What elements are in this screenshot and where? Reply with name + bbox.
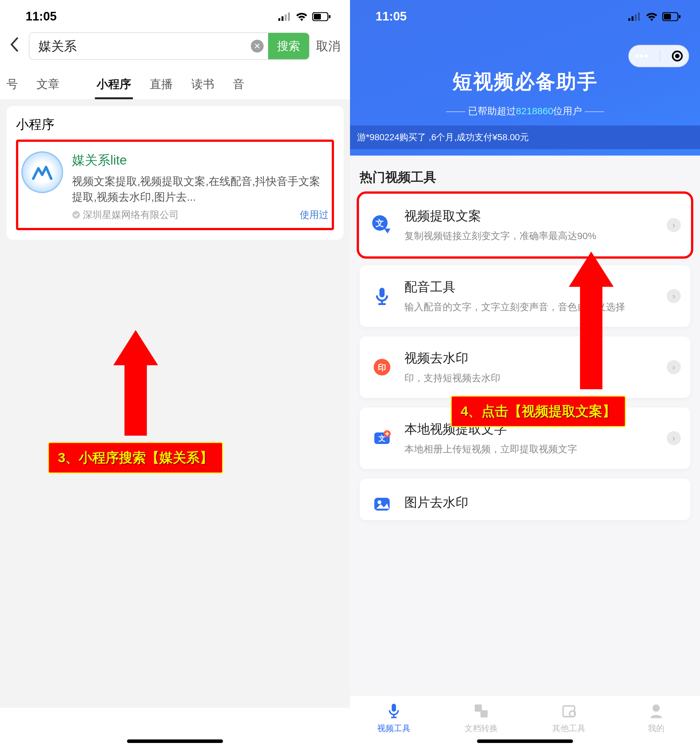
status-icons: [628, 12, 681, 21]
tool-text: 视频去水印 印，支持短视频去水印: [404, 349, 657, 385]
annotation-step-3: 3、小程序搜索【媒关系】: [48, 330, 223, 473]
cellular-icon: [628, 12, 641, 21]
tabbar-label: 我的: [648, 723, 665, 734]
status-bar: 11:05: [0, 0, 350, 30]
image-watermark-icon: [369, 491, 395, 517]
capsule-menu-icon[interactable]: •••: [635, 49, 649, 63]
tab-more[interactable]: 音: [230, 69, 248, 99]
used-tag: 使用过: [300, 208, 329, 221]
battery-icon: [662, 12, 681, 21]
tab-miniprogram[interactable]: 小程序: [94, 69, 134, 99]
svg-rect-9: [631, 16, 634, 21]
home-indicator: [477, 739, 573, 743]
chevron-right-icon: ›: [667, 360, 681, 374]
result-desc: 视频文案提取,视频提取文案,在线配音,抖快音手文案提取,视频去水印,图片去...: [72, 174, 329, 205]
tool-text: 本地视频提取文字 本地相册上传短视频，立即提取视频文字: [404, 420, 657, 456]
svg-point-26: [378, 500, 381, 504]
hero-title: 短视频必备助手: [350, 30, 700, 105]
result-company: 深圳星媒网络有限公司: [72, 208, 179, 221]
tabbar-video-tools[interactable]: 视频工具: [350, 696, 438, 741]
svg-rect-14: [679, 15, 680, 18]
hero-subtitle: 已帮助超过8218860位用户: [350, 105, 700, 126]
svg-rect-5: [314, 14, 321, 20]
tabbar-mine[interactable]: 我的: [612, 696, 700, 741]
tabbar-label: 视频工具: [377, 723, 410, 734]
battery-icon: [312, 12, 331, 21]
tab-account[interactable]: 号: [3, 69, 21, 99]
user-count: 8218860: [516, 106, 553, 116]
svg-rect-11: [638, 12, 640, 21]
tool-extract-text[interactable]: 文 视频提取文案 复制视频链接立刻变文字，准确率最高达90% ›: [359, 194, 691, 256]
section-title: 小程序: [16, 115, 334, 133]
tab-article[interactable]: 文章: [33, 69, 63, 99]
section-title: 热门视频工具: [359, 168, 691, 186]
chevron-right-icon: ›: [667, 218, 681, 232]
tab-blurred[interactable]: [75, 69, 81, 99]
search-button[interactable]: 搜索: [268, 33, 309, 59]
back-button[interactable]: [6, 37, 22, 55]
tool-image-watermark[interactable]: 图片去水印: [359, 478, 691, 520]
result-text: 媒关系lite 视频文案提取,视频提取文案,在线配音,抖快音手文案提取,视频去水…: [72, 151, 329, 221]
cellular-icon: [278, 12, 291, 21]
local-video-icon: 文: [369, 426, 395, 451]
clear-icon[interactable]: ✕: [251, 40, 264, 52]
svg-rect-8: [628, 18, 630, 21]
left-screenshot: 11:05 媒关系 ✕ 搜索 取消 号 文章 小程序 直播 读书 音 小程序: [0, 0, 350, 750]
svg-rect-3: [288, 12, 290, 21]
tab-live[interactable]: 直播: [147, 69, 176, 99]
capsule-close-icon[interactable]: [672, 51, 683, 61]
tabbar-other-tools[interactable]: 其他工具: [525, 696, 612, 741]
arrow-up-icon: [113, 330, 158, 365]
hero: 11:05 ••• 短视频必备助手 已帮助超过8218860位用户 游*9802…: [350, 0, 700, 155]
svg-text:印: 印: [378, 363, 386, 372]
miniprogram-result[interactable]: 媒关系lite 视频文案提取,视频提取文案,在线配音,抖快音手文案提取,视频去水…: [18, 142, 332, 228]
tool-text: 配音工具 输入配音的文字，文字立刻变声音，音色自定义选择: [404, 278, 657, 314]
watermark-icon: 印: [369, 354, 395, 380]
microphone-icon: [385, 702, 402, 719]
tool-local-video-text[interactable]: 文 本地视频提取文字 本地相册上传短视频，立即提取视频文字 ›: [359, 407, 691, 469]
tabbar-label: 其他工具: [552, 723, 585, 734]
tool-title: 配音工具: [404, 278, 657, 296]
svg-rect-29: [391, 717, 397, 718]
tool-text: 图片去水印: [404, 493, 681, 515]
result-section: 小程序 媒关系lite 视频文案提取,视频提取文案,在线配音,抖快音手文案提取,…: [6, 106, 344, 240]
purchase-ticker: 游*980224购买了 ,6个月,成功支付¥58.00元: [350, 126, 700, 149]
tool-desc: 输入配音的文字，文字立刻变声音，音色自定义选择: [404, 300, 657, 314]
tool-desc: 本地相册上传短视频，立即提取视频文字: [404, 442, 657, 456]
svg-rect-19: [378, 303, 386, 305]
calendar-icon: [560, 702, 577, 719]
result-footer: 深圳星媒网络有限公司 使用过: [72, 208, 329, 221]
svg-rect-27: [391, 704, 396, 712]
wifi-icon: [646, 12, 658, 21]
svg-rect-0: [278, 18, 280, 21]
search-box[interactable]: 媒关系 ✕ 搜索: [29, 32, 310, 60]
convert-icon: [473, 702, 490, 719]
status-bar: 11:05: [350, 0, 700, 30]
search-results-body: 小程序 媒关系lite 视频文案提取,视频提取文案,在线配音,抖快音手文案提取,…: [0, 100, 350, 708]
svg-rect-10: [635, 14, 637, 21]
svg-rect-31: [480, 710, 488, 718]
search-input[interactable]: 媒关系: [29, 37, 251, 55]
tool-voiceover[interactable]: 配音工具 输入配音的文字，文字立刻变声音，音色自定义选择 ›: [359, 265, 691, 327]
svg-point-34: [652, 705, 660, 712]
tool-title: 视频去水印: [404, 349, 657, 367]
svg-rect-2: [285, 14, 287, 21]
person-icon: [648, 702, 665, 719]
chevron-right-icon: ›: [667, 431, 681, 445]
status-time: 11:05: [376, 9, 407, 23]
search-row: 媒关系 ✕ 搜索 取消: [0, 30, 350, 66]
cancel-link[interactable]: 取消: [316, 38, 341, 54]
verified-icon: [72, 211, 80, 219]
capsule-separator: [660, 50, 660, 62]
tool-list-body: 热门视频工具 文 视频提取文案 复制视频链接立刻变文字，准确率最高达90% › …: [350, 155, 700, 700]
tabbar-doc-convert[interactable]: 文档转换: [438, 696, 525, 741]
tabbar-label: 文档转换: [465, 723, 498, 734]
tool-remove-watermark[interactable]: 印 视频去水印 印，支持短视频去水印 ›: [359, 337, 691, 398]
arrow-stem: [124, 365, 147, 436]
tool-desc: 印，支持短视频去水印: [404, 371, 657, 385]
svg-rect-1: [281, 16, 284, 21]
wifi-icon: [296, 12, 308, 21]
app-icon: [21, 151, 63, 193]
miniprogram-capsule[interactable]: •••: [628, 45, 689, 67]
tab-reading[interactable]: 读书: [188, 69, 218, 99]
